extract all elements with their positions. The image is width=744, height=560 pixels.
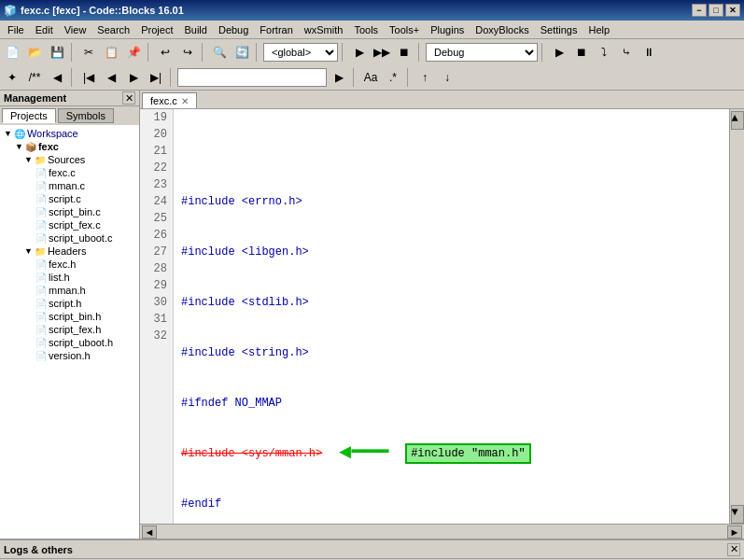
build-button[interactable]: ▶ [349,42,370,63]
debug-next-button[interactable]: ⤷ [616,42,637,63]
close-button[interactable]: ✕ [725,4,740,17]
tb2-btn5[interactable]: ◀ [101,67,121,88]
run-button[interactable]: ▶▶ [372,42,392,63]
editor-tab-fexc-c[interactable]: fexc.c ✕ [142,92,197,108]
menu-tools-plus[interactable]: Tools+ [384,22,425,37]
menu-edit[interactable]: Edit [30,22,59,37]
debug-stop-button[interactable]: ⏹ [571,42,592,63]
menu-doxyblocks[interactable]: DoxyBlocks [470,22,534,37]
tree-fexc-c[interactable]: 📄fexc.c [2,166,137,179]
tree-script-uboot-h[interactable]: 📄script_uboot.h [2,336,137,349]
toolbar-row-2: ✦ /** ◀ |◀ ◀ ▶ ▶| ▶ Aa .* ↑ ↓ [0,65,744,90]
tb2-nav1[interactable]: ↑ [414,67,435,88]
replace-button[interactable]: 🔄 [232,42,252,63]
main-area: Management ✕ Projects Symbols ▼ 🌐 Worksp… [0,91,744,539]
tree-script-h[interactable]: 📄script.h [2,297,137,310]
debug-pause-button[interactable]: ⏸ [639,42,659,63]
sources-expand-icon[interactable]: ▼ [24,155,33,164]
menu-search[interactable]: Search [91,22,135,37]
menu-help[interactable]: Help [583,22,615,37]
editor-scrollbar[interactable]: ▲ ▼ [729,109,744,524]
tree-script-bin-h[interactable]: 📄script_bin.h [2,310,137,323]
cut-button[interactable]: ✂ [78,42,99,63]
tree-script-bin-c[interactable]: 📄script_bin.c [2,205,137,218]
tb2-btn7[interactable]: ▶| [146,67,166,88]
menu-wxsmith[interactable]: wxSmith [299,22,349,37]
tree-headers[interactable]: ▼ 📁 Headers [2,245,137,258]
search-go-button[interactable]: ▶ [329,67,349,88]
sidebar-close-button[interactable]: ✕ [122,91,135,105]
scrollbar-track[interactable] [731,130,744,505]
save-button[interactable]: 💾 [47,42,67,63]
file-icon: 📄 [35,338,47,348]
menu-tools[interactable]: Tools [348,22,384,37]
code-line-20: #include <errno.h> [181,193,722,210]
minimize-button[interactable]: − [692,4,707,17]
workspace-expand-icon[interactable]: ▼ [4,129,12,138]
new-button[interactable]: 📄 [2,42,22,63]
tb2-btn1[interactable]: ✦ [2,67,22,88]
tree-mman-c[interactable]: 📄mman.c [2,179,137,192]
sidebar-tab-symbols[interactable]: Symbols [58,108,114,123]
file-icon: 📄 [35,299,47,309]
tree-version-h[interactable]: 📄version.h [2,349,137,362]
bottom-panel-close-button[interactable]: ✕ [727,543,740,556]
menu-view[interactable]: View [59,22,92,37]
title-bar: 🧊 fexc.c [fexc] - Code::Blocks 16.01 − □… [0,0,744,21]
tree-workspace[interactable]: ▼ 🌐 Workspace [2,127,137,140]
tb2-btn6[interactable]: ▶ [123,67,144,88]
app-icon: 🧊 [4,5,17,17]
menu-build[interactable]: Build [178,22,212,37]
tree-script-uboot-c[interactable]: 📄script_uboot.c [2,231,137,245]
search-input[interactable] [177,68,327,87]
tree-fexc[interactable]: ▼ 📦 fexc [2,140,137,153]
tree-script-bin-c-label: script_bin.c [49,206,101,217]
tree-mman-c-label: mman.c [49,180,85,191]
tree-list-h[interactable]: 📄list.h [2,271,137,284]
menu-settings[interactable]: Settings [535,22,583,37]
menu-fortran[interactable]: Fortran [254,22,298,37]
find-button[interactable]: 🔍 [209,42,230,63]
code-area[interactable]: 19 20 21 22 23 24 25 26 27 28 29 30 31 3… [140,109,744,524]
open-button[interactable]: 📂 [24,42,45,63]
editor-tab-close-icon[interactable]: ✕ [181,96,189,106]
undo-button[interactable]: ↩ [155,42,175,63]
menu-project[interactable]: Project [135,22,178,37]
scrollbar-down-button[interactable]: ▼ [731,505,744,524]
debug-dropdown[interactable]: Debug [426,43,538,62]
menu-bar: File Edit View Search Project Build Debu… [0,21,744,39]
tree-script-fex-c[interactable]: 📄script_fex.c [2,218,137,231]
horiz-scrollbar[interactable]: ◄ ► [140,524,744,539]
tree-script-fex-h[interactable]: 📄script_fex.h [2,323,137,336]
global-dropdown[interactable]: <global> [263,43,338,62]
headers-expand-icon[interactable]: ▼ [24,246,33,256]
redo-button[interactable]: ↪ [177,42,198,63]
scrollbar-left-button[interactable]: ◄ [142,525,157,539]
tree-script-c[interactable]: 📄script.c [2,192,137,205]
tb2-btn3[interactable]: ◀ [47,67,67,88]
tb2-find1[interactable]: Aa [360,67,381,88]
tree-fexc-h[interactable]: 📄fexc.h [2,258,137,271]
code-line-25: #include <sys/mman.h> ◄━━━ #include "mma… [181,445,722,462]
menu-plugins[interactable]: Plugins [425,22,470,37]
tb2-find2[interactable]: .* [383,67,403,88]
tb2-btn2[interactable]: /** [24,67,45,88]
scrollbar-up-button[interactable]: ▲ [731,111,744,130]
debug-step-button[interactable]: ⤵ [594,42,614,63]
tree-fexc-c-label: fexc.c [49,167,76,178]
tb2-btn4[interactable]: |◀ [78,67,99,88]
tree-mman-h[interactable]: 📄mman.h [2,284,137,297]
copy-button[interactable]: 📋 [101,42,121,63]
tree-sources[interactable]: ▼ 📁 Sources [2,153,137,166]
stop-button[interactable]: ⏹ [394,42,414,63]
fexc-expand-icon[interactable]: ▼ [15,142,23,151]
paste-button[interactable]: 📌 [123,42,144,63]
debug-start-button[interactable]: ▶ [549,42,569,63]
scrollbar-right-button[interactable]: ► [727,525,742,539]
sidebar-tab-projects[interactable]: Projects [2,108,56,123]
maximize-button[interactable]: □ [709,4,723,17]
menu-file[interactable]: File [2,22,30,37]
toolbar-sep-7 [541,43,545,62]
menu-debug[interactable]: Debug [213,22,254,37]
tb2-nav2[interactable]: ↓ [437,67,457,88]
